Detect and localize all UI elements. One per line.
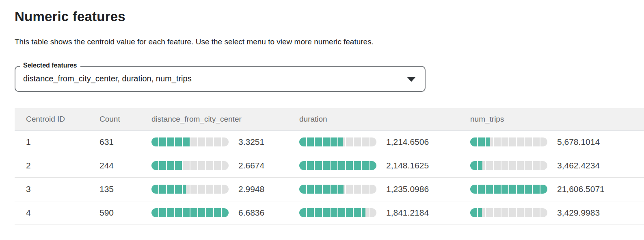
bar-segment-fill [533, 185, 540, 194]
bar-segment [533, 161, 540, 170]
selected-features-value: distance_from_city_center, duration, num… [23, 74, 192, 83]
bar-segment-fill [214, 208, 221, 217]
bar-segment [222, 161, 229, 170]
bar-segment-fill [167, 137, 174, 146]
bar-segment [307, 208, 314, 217]
feature-value: 3.3251 [238, 137, 264, 147]
bar-segment-fill [307, 208, 314, 217]
bar-segment-fill [338, 208, 345, 217]
bar-segment [533, 137, 540, 146]
dropdown-caret-icon [407, 77, 416, 82]
feature-bar [151, 161, 229, 170]
bar-segment-fill [525, 185, 532, 194]
bar-segment [486, 185, 493, 194]
numeric-features-table: Centroid IDCountdistance_from_city_cente… [15, 108, 644, 225]
bar-segment [299, 208, 306, 217]
selected-features-select[interactable]: Selected features distance_from_city_cen… [15, 66, 426, 92]
bar-segment-fill [167, 185, 174, 194]
bar-segment [370, 161, 376, 170]
bar-segment [222, 208, 229, 217]
bar-segment-fill [362, 208, 366, 217]
bar-segment [525, 185, 532, 194]
numeric-features-panel: Numeric features This table shows the ce… [0, 0, 644, 236]
bar-segment [533, 185, 540, 194]
bar-segment-fill [159, 208, 166, 217]
duration-cell: 1,214.6506 [288, 137, 459, 147]
bar-segment [183, 137, 190, 146]
feature-value: 3,462.4234 [557, 161, 600, 170]
feature-bar [470, 137, 547, 146]
bar-segment-fill [370, 161, 376, 170]
bar-segment-fill [159, 185, 166, 194]
bar-segment [307, 137, 314, 146]
distance_from_city_center-cell: 2.6674 [140, 161, 288, 170]
feature-value: 2,148.1625 [386, 161, 429, 170]
column-header-distance_from_city_center: distance_from_city_center [140, 115, 288, 124]
bar-segment-fill [501, 185, 508, 194]
bar-segment [190, 185, 197, 194]
bar-segment-fill [540, 185, 547, 194]
bar-segment [151, 137, 158, 146]
bar-segment [331, 137, 337, 146]
table-header-row: Centroid IDCountdistance_from_city_cente… [15, 108, 644, 131]
table-body: 16313.32511,214.65065,678.101422442.6674… [15, 131, 644, 225]
bar-segment [151, 208, 158, 217]
bar-segment [470, 185, 477, 194]
feature-value: 1,841.2184 [386, 208, 429, 218]
bar-segment [190, 208, 197, 217]
bar-segment [470, 161, 477, 170]
bar-segment [517, 185, 524, 194]
feature-value: 2.6674 [238, 161, 264, 170]
table-row: 45906.68361,841.21843,429.9983 [15, 201, 644, 225]
feature-bar [299, 185, 376, 194]
bar-segment [362, 208, 369, 217]
bar-segment [494, 161, 501, 170]
bar-segment [331, 208, 337, 217]
feature-value: 1,235.0986 [386, 184, 429, 194]
bar-segment-fill [331, 137, 337, 146]
bar-segment [299, 137, 306, 146]
bar-segment [183, 185, 190, 194]
bar-segment [494, 137, 501, 146]
bar-segment-fill [315, 185, 322, 194]
bar-segment [478, 161, 485, 170]
bar-segment-fill [478, 185, 485, 194]
bar-segment-fill [354, 161, 361, 170]
bar-segment-fill [307, 185, 314, 194]
bar-segment-fill [183, 185, 186, 194]
bar-segment [323, 185, 330, 194]
bar-segment-fill [517, 185, 524, 194]
bar-segment [470, 137, 477, 146]
column-header-num_trips: num_trips [459, 115, 644, 124]
page-title: Numeric features [15, 9, 644, 24]
bar-segment [470, 208, 477, 217]
bar-segment-fill [354, 208, 361, 217]
bar-segment-fill [151, 161, 158, 170]
feature-value: 6.6836 [238, 208, 264, 218]
bar-segment [206, 185, 213, 194]
bar-segment [478, 137, 485, 146]
bar-segment [525, 161, 532, 170]
bar-segment [354, 208, 361, 217]
distance_from_city_center-cell: 3.3251 [140, 137, 288, 147]
count-cell: 135 [88, 184, 140, 194]
bar-segment [175, 185, 182, 194]
bar-segment [307, 161, 314, 170]
bar-segment-fill [299, 185, 306, 194]
count-cell: 590 [88, 208, 140, 218]
bar-segment [299, 161, 306, 170]
bar-segment [486, 208, 493, 217]
num_trips-cell: 3,429.9983 [459, 208, 644, 218]
bar-segment [315, 137, 322, 146]
bar-segment-fill [331, 185, 337, 194]
bar-segment [338, 161, 345, 170]
num_trips-cell: 5,678.1014 [459, 137, 644, 147]
bar-segment [509, 137, 516, 146]
bar-segment [362, 185, 369, 194]
bar-segment [315, 161, 322, 170]
bar-segment [501, 137, 508, 146]
bar-segment-fill [315, 208, 322, 217]
bar-segment [175, 208, 182, 217]
bar-segment-fill [486, 185, 493, 194]
selected-features-label: Selected features [20, 62, 80, 69]
